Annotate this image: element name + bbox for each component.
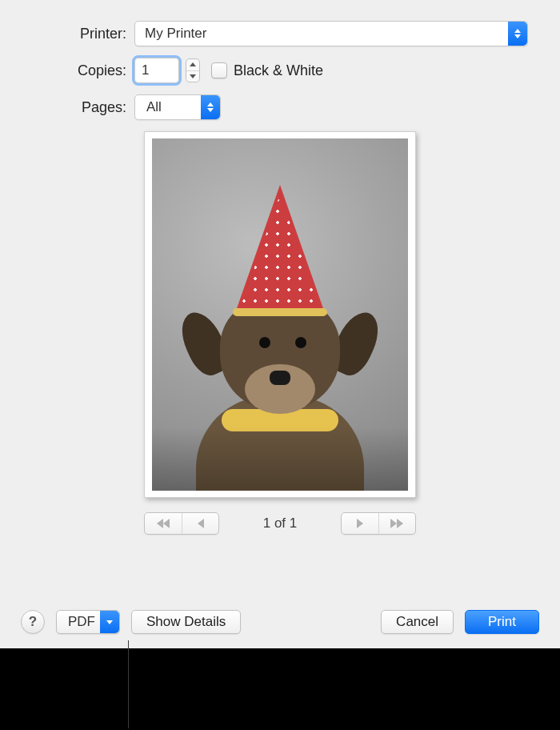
pdf-dropdown[interactable]: PDF: [56, 610, 120, 634]
double-chevron-left-icon: [157, 519, 170, 528]
print-button[interactable]: Print: [465, 610, 539, 634]
print-dialog: Printer: My Printer Copies: Black & Whit…: [0, 0, 560, 648]
pager: 1 of 1: [144, 512, 416, 535]
pages-row: Pages: All: [59, 94, 560, 120]
pager-next-button[interactable]: [342, 513, 378, 534]
updown-arrows-icon: [201, 95, 220, 119]
page-counter: 1 of 1: [263, 515, 298, 531]
pager-last-button[interactable]: [378, 513, 415, 534]
form-rows: Printer: My Printer Copies: Black & Whit…: [0, 21, 560, 120]
chevron-right-icon: [357, 519, 363, 528]
copies-label: Copies:: [59, 62, 126, 79]
callout-line: [128, 640, 129, 728]
pager-next-group: [341, 512, 416, 535]
chevron-down-icon: [100, 611, 119, 633]
question-mark-icon: ?: [29, 614, 37, 630]
copies-row: Copies: Black & White: [59, 58, 560, 83]
pages-select[interactable]: All: [134, 94, 221, 120]
copies-input[interactable]: [134, 58, 179, 83]
preview-page: [144, 131, 416, 498]
show-details-label: Show Details: [146, 614, 226, 630]
black-white-label: Black & White: [234, 62, 323, 79]
print-label: Print: [488, 614, 516, 630]
show-details-button[interactable]: Show Details: [131, 610, 241, 634]
bottom-bar: ? PDF Show Details Cancel Print: [0, 610, 560, 634]
stepper-up-icon[interactable]: [186, 59, 199, 71]
preview-area: 1 of 1: [0, 131, 560, 535]
cancel-label: Cancel: [396, 614, 438, 630]
printer-select[interactable]: My Printer: [134, 21, 528, 46]
pages-label: Pages:: [59, 99, 126, 116]
pages-select-value: All: [146, 99, 162, 115]
pager-prev-group: [144, 512, 219, 535]
stepper-down-icon[interactable]: [186, 71, 199, 82]
cancel-button[interactable]: Cancel: [381, 610, 454, 634]
preview-image: [152, 138, 408, 491]
pager-prev-button[interactable]: [182, 513, 218, 534]
pager-first-button[interactable]: [145, 513, 182, 534]
copies-stepper[interactable]: [186, 58, 200, 82]
chevron-left-icon: [198, 519, 204, 528]
printer-label: Printer:: [59, 26, 126, 42]
pdf-dropdown-label: PDF: [68, 614, 100, 630]
double-chevron-right-icon: [390, 519, 403, 528]
black-white-checkbox[interactable]: [211, 62, 227, 78]
printer-row: Printer: My Printer: [59, 21, 560, 46]
printer-select-value: My Printer: [145, 26, 206, 42]
updown-arrows-icon: [508, 22, 527, 46]
help-button[interactable]: ?: [21, 610, 45, 634]
